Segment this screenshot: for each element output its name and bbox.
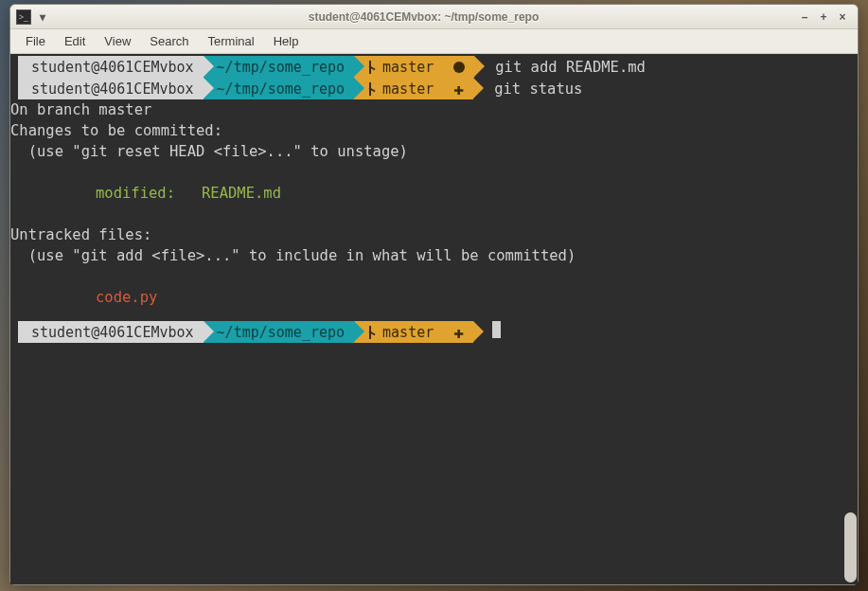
- close-button[interactable]: ×: [837, 10, 848, 24]
- pin-button[interactable]: ▾: [37, 10, 48, 24]
- minimize-button[interactable]: –: [799, 10, 810, 24]
- terminal-window: >_ ▾ student@4061CEMvbox: ~/tmp/some_rep…: [9, 4, 859, 585]
- prompt-line-1: student@4061CEMvbox ~/tmp/some_repo mast…: [10, 56, 858, 78]
- menu-terminal[interactable]: Terminal: [201, 32, 262, 50]
- app-icon: >_: [16, 9, 31, 25]
- seg-user: student@4061CEMvbox: [18, 78, 204, 99]
- output-line: (use "git reset HEAD <file>..." to unsta…: [10, 141, 858, 162]
- seg-path: ~/tmp/some_repo: [204, 78, 354, 99]
- dirty-dot-icon: [453, 62, 465, 73]
- menu-help[interactable]: Help: [266, 32, 307, 50]
- menu-view[interactable]: View: [97, 32, 138, 50]
- maximize-button[interactable]: +: [818, 10, 829, 24]
- output-line: On branch master: [10, 99, 858, 120]
- seg-user: student@4061CEMvbox: [18, 321, 204, 343]
- command-2: git status: [473, 78, 582, 99]
- staged-plus-icon: ✚: [453, 326, 464, 339]
- cursor: [492, 321, 501, 338]
- terminal-area[interactable]: student@4061CEMvbox ~/tmp/some_repo mast…: [10, 54, 858, 584]
- staged-plus-icon: ✚: [453, 82, 464, 96]
- output-line: Untracked files:: [10, 224, 858, 245]
- seg-path: ~/tmp/some_repo: [204, 321, 354, 343]
- branch-icon: [367, 326, 377, 339]
- command-1: git add README.md: [474, 56, 646, 78]
- menubar: File Edit View Search Terminal Help: [10, 29, 858, 54]
- prompt-line-2: student@4061CEMvbox ~/tmp/some_repo mast…: [10, 78, 858, 99]
- prompt-line-3: student@4061CEMvbox ~/tmp/some_repo mast…: [10, 321, 858, 343]
- scrollbar-thumb[interactable]: [844, 512, 857, 582]
- branch-icon: [367, 82, 377, 96]
- seg-path: ~/tmp/some_repo: [204, 56, 354, 78]
- titlebar[interactable]: >_ ▾ student@4061CEMvbox: ~/tmp/some_rep…: [10, 5, 858, 29]
- menu-edit[interactable]: Edit: [57, 32, 93, 50]
- output-modified: modified: README.md: [10, 183, 858, 204]
- output-line: Changes to be committed:: [10, 120, 858, 141]
- seg-user: student@4061CEMvbox: [18, 56, 204, 78]
- menu-file[interactable]: File: [18, 32, 53, 50]
- output-line: (use "git add <file>..." to include in w…: [10, 245, 858, 266]
- menu-search[interactable]: Search: [142, 32, 196, 50]
- window-title: student@4061CEMvbox: ~/tmp/some_repo: [54, 10, 793, 24]
- seg-branch: master ✚: [354, 321, 473, 343]
- seg-branch: master: [354, 56, 474, 78]
- output-untracked: code.py: [10, 287, 858, 308]
- branch-icon: [367, 61, 377, 74]
- seg-branch: master ✚: [354, 78, 473, 99]
